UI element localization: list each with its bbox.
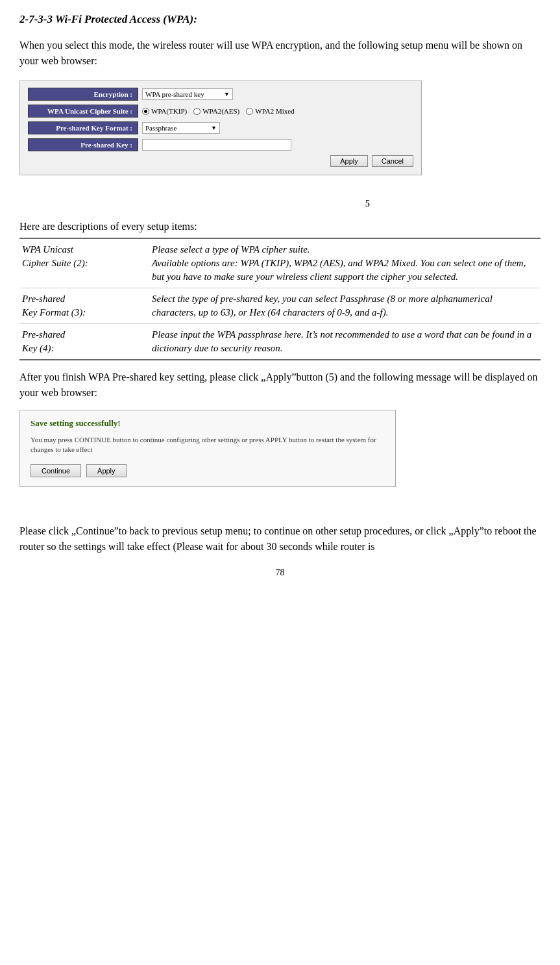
desc-term-1: WPA Unicast Cipher Suite (2): <box>19 239 149 288</box>
key-format-value: Passphrase <box>145 124 177 132</box>
radio-circle-tkip <box>142 108 149 115</box>
encryption-row: Encryption : WPA pre-shared key ▼ <box>28 88 413 101</box>
chevron-down-icon: ▼ <box>224 91 230 97</box>
encryption-input: WPA pre-shared key ▼ <box>142 88 233 100</box>
intro-text: When you select this mode, the wireless … <box>19 38 541 69</box>
save-apply-button[interactable]: Apply <box>86 464 127 477</box>
desc-def-3: Please input the WPA passphrase here. It… <box>149 324 541 360</box>
cipher-suite-options: WPA(TKIP) WPA2(AES) WPA2 Mixed <box>142 107 295 115</box>
preshared-key-input <box>142 139 291 151</box>
bottom-text: Please click „Continue”to back to previo… <box>19 523 541 555</box>
save-desc: You may press CONTINUE button to continu… <box>30 435 385 455</box>
save-buttons: Continue Apply <box>30 464 385 477</box>
key-format-row: Pre-shared Key Format : Passphrase ▼ <box>28 121 413 134</box>
radio-wpa-tkip[interactable]: WPA(TKIP) <box>142 107 187 115</box>
desc-row-2: Pre-shared Key Format (3): Select the ty… <box>19 288 541 324</box>
after-text: After you finish WPA Pre-shared key sett… <box>19 370 541 401</box>
save-title: Save setting successfully! <box>30 418 385 429</box>
desc-term-2: Pre-shared Key Format (3): <box>19 288 149 324</box>
desc-row-3: Pre-shared Key (4): Please input the WPA… <box>19 324 541 360</box>
encryption-label: Encryption : <box>28 88 138 101</box>
wpa-form-container: Encryption : WPA pre-shared key ▼ WPA Un… <box>19 81 422 175</box>
num-5-row: 5 <box>19 199 422 209</box>
save-success-box: Save setting successfully! You may press… <box>19 410 396 487</box>
page-number: 78 <box>19 568 541 578</box>
radio-wpa2-mixed[interactable]: WPA2 Mixed <box>246 107 294 115</box>
encryption-select-value: WPA pre-shared key <box>145 90 204 98</box>
preshared-key-label: Pre-shared Key : <box>28 138 138 151</box>
key-format-label: Pre-shared Key Format : <box>28 121 138 134</box>
form-wrapper: Encryption : WPA pre-shared key ▼ WPA Un… <box>19 81 541 187</box>
radio-circle-aes <box>193 108 201 115</box>
cipher-suite-row: WPA Unicast Cipher Suite : WPA(TKIP) WPA… <box>28 105 413 118</box>
preshared-key-textbox[interactable] <box>142 139 291 151</box>
cipher-suite-label: WPA Unicast Cipher Suite : <box>28 105 138 118</box>
desc-term-3: Pre-shared Key (4): <box>19 324 149 360</box>
desc-def-1: Please select a type of WPA cipher suite… <box>149 239 541 288</box>
continue-button[interactable]: Continue <box>30 464 81 477</box>
num-5: 5 <box>365 199 370 208</box>
apply-button[interactable]: Apply <box>330 155 368 167</box>
preshared-key-row: Pre-shared Key : <box>28 138 413 151</box>
radio-circle-mixed <box>246 108 253 115</box>
desc-def-2: Select the type of pre-shared key, you c… <box>149 288 541 324</box>
radio-label-tkip: WPA(TKIP) <box>151 107 187 115</box>
desc-header: Here are descriptions of every setup ite… <box>19 221 541 232</box>
encryption-select[interactable]: WPA pre-shared key ▼ <box>142 88 233 100</box>
page-title: 2-7-3-3 Wi-Fi Protected Access (WPA): <box>19 13 541 26</box>
form-buttons: Apply Cancel <box>28 155 413 167</box>
key-format-select[interactable]: Passphrase ▼ <box>142 122 220 134</box>
radio-wpa2-aes[interactable]: WPA2(AES) <box>193 107 239 115</box>
radio-label-mixed: WPA2 Mixed <box>255 107 294 115</box>
radio-label-aes: WPA2(AES) <box>202 107 239 115</box>
descriptions-table: WPA Unicast Cipher Suite (2): Please sel… <box>19 239 541 360</box>
cancel-button[interactable]: Cancel <box>372 155 413 167</box>
chevron-down-icon-2: ▼ <box>211 125 217 131</box>
key-format-input: Passphrase ▼ <box>142 122 220 134</box>
desc-row-1: WPA Unicast Cipher Suite (2): Please sel… <box>19 239 541 288</box>
